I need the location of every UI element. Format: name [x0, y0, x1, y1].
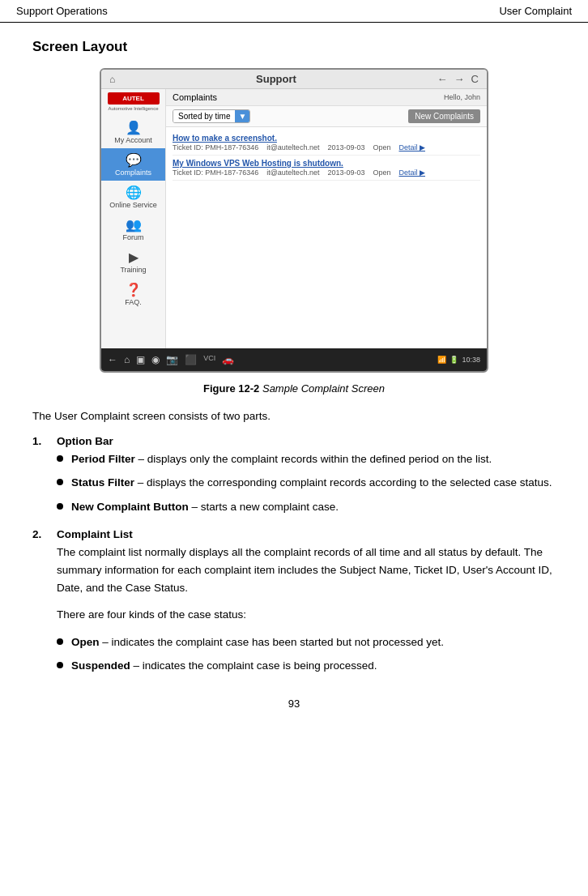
sidebar-item-training[interactable]: ▶ Training	[101, 245, 165, 278]
autel-logo-sub: Automotive Intelligence	[108, 106, 158, 111]
new-complaint-keyword: New Complaint Button	[71, 501, 189, 513]
training-icon: ▶	[129, 250, 138, 265]
detail-link-2[interactable]: Detail ▶	[398, 169, 425, 177]
table-row: How to make a screenshot. Ticket ID: PMH…	[173, 130, 480, 156]
device-toolbar: Sorted by time ▼ New Complaints	[166, 106, 487, 127]
device-title: Support	[256, 73, 296, 85]
device-main: AUTEL Automotive Intelligence 👤 My Accou…	[101, 89, 487, 348]
item-2-num: 2.	[32, 528, 57, 681]
sidebar-item-onlineservice[interactable]: 🌐 Online Service	[101, 181, 165, 213]
period-filter-text: – displays only the complaint records wi…	[138, 453, 492, 465]
bullet-text-status: Status Filter – displays the correspondi…	[71, 474, 556, 492]
date-1: 2013-09-03	[327, 143, 364, 151]
nav-home-icon[interactable]: ⌂	[124, 354, 130, 365]
refresh-icon[interactable]: C	[471, 73, 479, 85]
item-2-bullets: Open – indicates the complaint case has …	[57, 634, 556, 675]
section-item-1: 1. Option Bar Period Filter – displays o…	[32, 435, 556, 523]
complaints-section-label: Complaints	[173, 92, 217, 102]
bottom-status: 📶 🔋 10:38	[437, 356, 480, 364]
new-complaint-text: – starts a new complaint case.	[192, 501, 339, 513]
bullet-icon	[57, 503, 63, 510]
onlineservice-label: Online Service	[109, 201, 157, 209]
myaccount-icon: 👤	[126, 120, 142, 135]
device-bottom-bar: ← ⌂ ▣ ◉ 📷 ⬛ VCI 🚗 📶 🔋 10:38	[101, 348, 487, 371]
nav-vci-label: VCI	[203, 354, 215, 365]
item-1-content: Option Bar Period Filter – displays only…	[57, 435, 556, 523]
page-number: 93	[32, 698, 556, 710]
onlineservice-icon: 🌐	[126, 185, 142, 200]
greeting-text: Hello, John	[444, 93, 480, 101]
list-item: Open – indicates the complaint case has …	[57, 634, 556, 651]
battery-icon: 🔋	[450, 356, 458, 364]
list-item: New Complaint Button – starts a new comp…	[57, 498, 556, 516]
section-title: Screen Layout	[32, 39, 556, 55]
page-header: Support Operations User Complaint	[0, 0, 588, 23]
sidebar-item-forum[interactable]: 👥 Forum	[101, 213, 165, 245]
sidebar-item-complaints[interactable]: 💬 Complaints	[101, 148, 165, 181]
back-icon[interactable]: ←	[437, 73, 448, 85]
figure-caption: Figure 12-2 Sample Complaint Screen	[32, 382, 556, 395]
status-2: Open	[373, 169, 390, 177]
complaint-subject-1[interactable]: How to make a screenshot.	[173, 134, 480, 143]
item-2-title: Complaint List	[57, 528, 556, 540]
device-sidebar: AUTEL Automotive Intelligence 👤 My Accou…	[101, 89, 166, 348]
status-filter-keyword: Status Filter	[71, 476, 134, 489]
ticket-id-1: Ticket ID: PMH-187-76346	[173, 143, 258, 151]
ticket-id-2: Ticket ID: PMH-187-76346	[173, 169, 258, 177]
complaint-subject-2[interactable]: My Windows VPS Web Hosting is shutdown.	[173, 159, 480, 168]
sort-label: Sorted by time	[173, 110, 235, 122]
wifi-icon: 📶	[437, 356, 446, 364]
sort-arrow-icon[interactable]: ▼	[235, 110, 249, 122]
bottom-nav-icons: ← ⌂ ▣ ◉ 📷 ⬛ VCI 🚗	[108, 354, 234, 365]
suspended-text: – indicates the complaint case is being …	[134, 659, 377, 672]
bullet-icon	[57, 455, 63, 462]
sort-dropdown[interactable]: Sorted by time ▼	[173, 109, 250, 123]
email-2: it@auteltech.net	[266, 169, 319, 177]
header-right: User Complaint	[499, 5, 572, 17]
faq-label: FAQ.	[125, 298, 142, 306]
section-item-2: 2. Complaint List The complaint list nor…	[32, 528, 556, 681]
bullet-text-newcomplaint: New Complaint Button – starts a new comp…	[71, 498, 556, 516]
list-item: Status Filter – displays the correspondi…	[57, 474, 556, 492]
bullet-icon	[57, 479, 63, 485]
nav-screen-icon[interactable]: ▣	[136, 354, 145, 365]
device-mockup: ⌂ Support ← → C AUTEL Automotive Intelli…	[100, 68, 488, 373]
myaccount-label: My Account	[114, 136, 152, 144]
device-content-area: Complaints Hello, John Sorted by time ▼ …	[166, 89, 487, 348]
detail-link-1[interactable]: Detail ▶	[398, 143, 425, 151]
sidebar-item-faq[interactable]: ❓ FAQ.	[101, 278, 165, 310]
complaints-label: Complaints	[115, 169, 151, 177]
open-keyword: Open	[71, 636, 100, 648]
item-1-bullets: Period Filter – displays only the compla…	[57, 450, 556, 516]
nav-back-icon[interactable]: ←	[108, 354, 117, 365]
device-top-bar: ⌂ Support ← → C	[101, 70, 487, 89]
item-1-title: Option Bar	[57, 435, 556, 447]
item-2-sub-intro: There are four kinds of the case status:	[57, 606, 556, 624]
complaint-meta-2: Ticket ID: PMH-187-76346 it@auteltech.ne…	[173, 169, 480, 177]
device-back-icon: ⌂	[109, 74, 115, 85]
list-item: Period Filter – displays only the compla…	[57, 450, 556, 468]
autel-logo: AUTEL	[108, 92, 160, 105]
clock: 10:38	[462, 356, 480, 364]
item-2-body: The complaint list normally displays all…	[57, 544, 556, 596]
figure-label: Figure 12-2	[203, 382, 259, 395]
sidebar-item-myaccount[interactable]: 👤 My Account	[101, 116, 165, 148]
bullet-text-open: Open – indicates the complaint case has …	[71, 634, 556, 651]
nav-circle-icon[interactable]: ◉	[151, 354, 160, 365]
faq-icon: ❓	[126, 282, 142, 297]
item-2-content: Complaint List The complaint list normal…	[57, 528, 556, 681]
forward-icon[interactable]: →	[454, 73, 465, 85]
bullet-icon	[57, 662, 63, 668]
nav-car-icon[interactable]: 🚗	[222, 354, 234, 365]
nav-square-icon[interactable]: ⬛	[185, 354, 197, 365]
training-label: Training	[120, 266, 146, 274]
complaint-list: How to make a screenshot. Ticket ID: PMH…	[166, 127, 487, 348]
nav-camera-icon[interactable]: 📷	[166, 354, 178, 365]
date-2: 2013-09-03	[327, 169, 364, 177]
forum-icon: 👥	[126, 217, 142, 233]
forum-label: Forum	[122, 233, 143, 241]
intro-text: The User Complaint screen consists of tw…	[32, 407, 556, 425]
figure-caption-text: Sample Complaint Screen	[262, 382, 385, 395]
new-complaint-button[interactable]: New Complaints	[408, 109, 480, 123]
device-content-header: Complaints Hello, John	[166, 89, 487, 106]
